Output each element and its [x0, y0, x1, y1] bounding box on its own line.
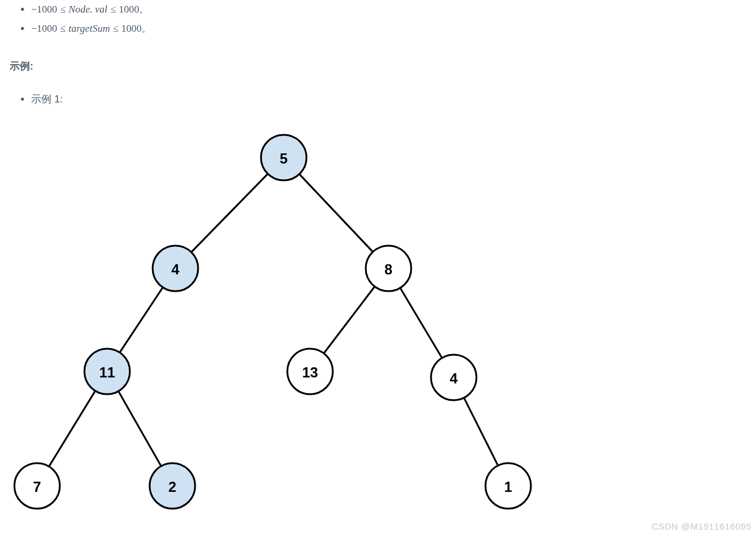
constraint-suffix: 。 — [141, 23, 151, 34]
article-content: −1000 ≤ Node. val ≤ 1000。 −1000 ≤ target… — [0, 0, 756, 520]
tree-node-label: 4 — [171, 261, 180, 277]
constraint-op: ≤ — [60, 4, 65, 15]
tree-node-label: 7 — [33, 479, 41, 495]
constraint-var: Node. val — [68, 4, 107, 15]
tree-node-label: 2 — [168, 479, 176, 495]
tree-node-label: 1 — [504, 479, 512, 495]
tree-edge — [119, 391, 161, 466]
tree-edge — [464, 398, 498, 466]
constraint-op: ≤ — [60, 23, 65, 34]
constraint-var: targetSum — [68, 23, 110, 34]
constraint-op: ≤ — [113, 23, 118, 34]
constraint-item: −1000 ≤ Node. val ≤ 1000。 — [31, 0, 751, 19]
constraint-op: ≤ — [110, 4, 116, 15]
examples-list: 示例 1: — [5, 91, 751, 108]
tree-node-label: 13 — [302, 364, 318, 380]
tree-edge — [324, 287, 375, 354]
constraint-suffix: 。 — [139, 4, 149, 15]
tree-diagram: 54811134721 — [5, 125, 751, 520]
tree-edge — [299, 174, 373, 252]
tree-edge — [192, 174, 268, 253]
example-item: 示例 1: — [31, 91, 751, 108]
constraint-rhs: 1000 — [119, 4, 139, 15]
tree-node-label: 11 — [99, 364, 116, 380]
constraint-lhs: −1000 — [31, 23, 57, 34]
tree-svg: 54811134721 — [5, 125, 555, 520]
tree-node-label: 4 — [450, 370, 458, 386]
constraint-rhs: 1000 — [121, 23, 141, 34]
constraint-lhs: −1000 — [31, 4, 57, 15]
examples-heading: 示例: — [10, 59, 751, 73]
tree-edge — [49, 391, 95, 467]
constraints-list: −1000 ≤ Node. val ≤ 1000。 −1000 ≤ target… — [5, 0, 751, 39]
watermark: CSDN @M1911616095 — [652, 521, 751, 531]
tree-edge — [120, 288, 163, 353]
tree-edge — [400, 288, 442, 358]
tree-node-label: 8 — [384, 261, 392, 277]
tree-node-label: 5 — [280, 150, 287, 167]
constraint-item: −1000 ≤ targetSum ≤ 1000。 — [31, 19, 751, 38]
